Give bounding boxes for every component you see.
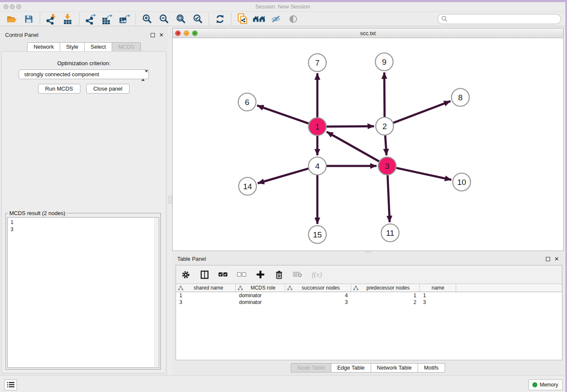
mcds-result-list[interactable]: 1 3: [7, 217, 159, 368]
unselect-all-button[interactable]: [237, 269, 246, 280]
graph-node-14[interactable]: 14: [239, 177, 256, 195]
node-table[interactable]: shared name MCDS role successor nodes pr…: [176, 284, 562, 360]
column-header-mcds-role[interactable]: MCDS role: [236, 284, 285, 292]
graph-node-label: 3: [385, 162, 390, 171]
graph-edge-1-6[interactable]: [257, 105, 309, 124]
memory-button[interactable]: Memory: [528, 379, 563, 390]
refresh-button[interactable]: [214, 13, 226, 25]
cell-mcds-role[interactable]: dominator: [236, 299, 285, 306]
criterion-select[interactable]: strongly connected component: [19, 69, 149, 79]
table-row[interactable]: 3 dominator 3 2 3: [176, 299, 562, 306]
cell-shared-name[interactable]: 3: [176, 299, 236, 306]
cell-name[interactable]: 1: [420, 292, 456, 299]
graph-node-8[interactable]: 8: [451, 88, 469, 106]
close-panel-icon[interactable]: ✕: [159, 32, 164, 38]
tab-motifs[interactable]: Motifs: [418, 363, 445, 373]
toolbar-separator: [209, 13, 209, 25]
splitter-grip[interactable]: [168, 196, 172, 204]
tab-network[interactable]: Network: [27, 42, 60, 52]
network-canvas[interactable]: 7968124314101511: [173, 39, 563, 251]
first-neighbors-button[interactable]: [253, 13, 266, 25]
panel-splitter[interactable]: [168, 27, 172, 375]
graph-edge-2-9[interactable]: [384, 72, 385, 117]
function-builder-button[interactable]: f(x): [312, 269, 322, 280]
delete-row-button[interactable]: [274, 269, 284, 280]
table-row[interactable]: 1 dominator 4 1 1: [176, 292, 562, 299]
tab-select[interactable]: Select: [85, 42, 112, 52]
column-header-name[interactable]: name: [420, 284, 456, 292]
tab-style[interactable]: Style: [60, 42, 85, 52]
import-network-button[interactable]: [45, 13, 58, 25]
zoom-out-icon: [159, 14, 169, 24]
show-all-button[interactable]: [287, 13, 300, 25]
open-session-button[interactable]: [6, 13, 18, 25]
export-table-button[interactable]: [101, 13, 114, 25]
graph-edge-2-8[interactable]: [394, 101, 451, 123]
graph-edge-3-10[interactable]: [396, 168, 451, 180]
delete-table-button[interactable]: [293, 269, 303, 280]
tab-mcds[interactable]: MCDS: [112, 42, 140, 52]
memory-label: Memory: [540, 382, 558, 388]
zoom-out-button[interactable]: [157, 13, 170, 25]
graph-node-15[interactable]: 15: [308, 226, 326, 243]
tab-edge-table[interactable]: Edge Table: [331, 363, 371, 373]
float-panel-icon[interactable]: [151, 33, 155, 37]
close-panel-button[interactable]: Close panel: [86, 84, 130, 94]
search-input[interactable]: [449, 15, 561, 23]
cell-mcds-role[interactable]: dominator: [236, 292, 285, 299]
zoom-in-button[interactable]: [140, 13, 153, 25]
export-network-button[interactable]: [84, 13, 97, 25]
clone-network-button[interactable]: [236, 13, 249, 25]
graph-node-7[interactable]: 7: [308, 54, 326, 72]
zoom-selected-button[interactable]: [191, 13, 204, 25]
graph-node-4[interactable]: 4: [308, 157, 326, 175]
import-table-button[interactable]: [62, 13, 74, 25]
float-table-panel-icon[interactable]: [546, 257, 550, 261]
tab-network-table[interactable]: Network Table: [371, 363, 418, 373]
graph-edge-3-1[interactable]: [327, 132, 379, 161]
graph-edge-3-11[interactable]: [388, 175, 390, 222]
save-session-button[interactable]: [22, 13, 35, 25]
column-header-shared-name[interactable]: shared name: [176, 284, 236, 292]
cell-successor-nodes[interactable]: 4: [285, 292, 351, 299]
result-scrollbar[interactable]: [154, 218, 158, 367]
cell-predecessor-nodes[interactable]: 2: [351, 299, 420, 306]
graph-node-11[interactable]: 11: [381, 224, 399, 242]
search-box[interactable]: [438, 14, 561, 24]
graph-node-6[interactable]: 6: [238, 93, 256, 111]
select-all-button[interactable]: [218, 269, 228, 280]
column-header-successor-nodes[interactable]: successor nodes: [285, 284, 351, 292]
cell-shared-name[interactable]: 1: [176, 292, 236, 299]
graph-node-1[interactable]: 1: [308, 118, 326, 135]
table-settings-button[interactable]: [181, 269, 190, 280]
zoom-fit-button[interactable]: [174, 13, 187, 25]
graph-node-9[interactable]: 9: [375, 53, 393, 71]
export-image-button[interactable]: [118, 13, 131, 25]
zoom-fit-icon: [176, 14, 186, 24]
attribute-tree-icon: [353, 286, 358, 290]
graph-node-3[interactable]: 3: [378, 157, 396, 175]
hide-eye-icon: [271, 15, 282, 23]
network-graph[interactable]: 7968124314101511: [173, 39, 563, 251]
mcds-result-item: 1: [11, 219, 153, 226]
task-history-button[interactable]: [4, 379, 17, 390]
run-mcds-button[interactable]: Run MCDS: [38, 84, 80, 94]
graph-node-2[interactable]: 2: [376, 117, 394, 135]
graph-edge-2-3[interactable]: [385, 135, 386, 155]
close-table-panel-icon[interactable]: ✕: [554, 256, 559, 262]
hide-selected-button[interactable]: [270, 13, 283, 25]
tab-node-table[interactable]: Node Table: [291, 363, 331, 373]
column-header-predecessor-nodes[interactable]: predecessor nodes: [351, 284, 420, 292]
toolbar-separator: [231, 13, 231, 25]
graph-node-10[interactable]: 10: [453, 173, 471, 191]
graph-edge-4-14[interactable]: [258, 168, 308, 183]
cell-name[interactable]: 3: [420, 299, 456, 306]
show-eye-icon: [289, 15, 298, 23]
cell-predecessor-nodes[interactable]: 1: [351, 292, 420, 299]
graph-edge-1-2[interactable]: [327, 126, 374, 127]
add-row-button[interactable]: [256, 269, 265, 280]
workspace-column: ✕ – + scc.txt 7968124314101511: [172, 27, 564, 375]
cell-successor-nodes[interactable]: 3: [285, 299, 351, 306]
show-columns-button[interactable]: [200, 269, 209, 280]
mcds-result-box: MCDS result (2 nodes) 1 3: [6, 210, 161, 370]
